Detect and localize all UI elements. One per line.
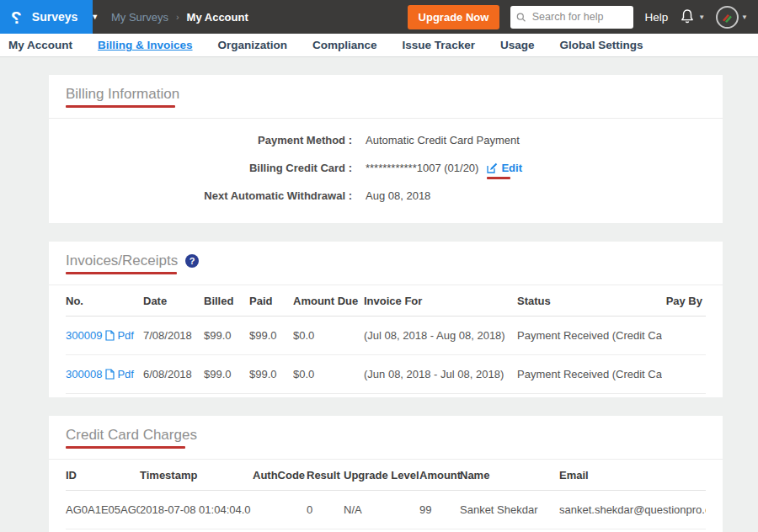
invoice-billed: $99.0 xyxy=(204,317,249,355)
charge-amount: 99 xyxy=(419,491,460,529)
tab-issue-tracker[interactable]: Issue Tracker xyxy=(403,39,475,51)
col-id: ID xyxy=(66,460,140,491)
col-email: Email xyxy=(559,460,706,491)
col-authcode: AuthCode xyxy=(253,460,307,491)
invoice-row: 300009 Pdf 7/08/2018 xyxy=(66,317,706,355)
pdf-link-label: Pdf xyxy=(117,329,134,342)
tab-compliance[interactable]: Compliance xyxy=(312,39,377,51)
next-withdrawal-label: Next Automatic Withdrawal : xyxy=(66,189,352,202)
avatar xyxy=(716,6,739,29)
account-menu[interactable]: ▼ xyxy=(716,6,748,29)
red-annotation-underline xyxy=(487,177,510,179)
charge-timestamp: 2018-07-08 01:04:04.0 xyxy=(140,491,253,529)
red-annotation-underline xyxy=(66,446,185,449)
invoice-status: Payment Received (Credit Card) xyxy=(517,317,662,355)
col-amount-due: Amount Due xyxy=(293,285,364,317)
charge-name: Sanket Shekdar xyxy=(460,529,559,532)
invoice-paid: $99.0 xyxy=(249,317,293,355)
org-logo-icon xyxy=(721,11,734,24)
invoice-pdf-link[interactable]: Pdf xyxy=(105,368,134,380)
red-annotation-underline xyxy=(66,105,175,108)
charge-upgrade-level: N/A xyxy=(344,529,419,532)
payment-method-label: Payment Method : xyxy=(66,134,352,146)
invoice-billed: $99.0 xyxy=(204,355,249,394)
charge-id: AG0A1E05AG0A xyxy=(66,491,140,529)
chevron-down-icon: ▼ xyxy=(91,13,99,21)
pdf-file-icon xyxy=(105,369,115,380)
edit-pencil-icon xyxy=(487,162,498,173)
invoices-help-icon[interactable]: ? xyxy=(185,254,199,268)
next-withdrawal-value: Aug 08, 2018 xyxy=(366,189,430,202)
tab-organization[interactable]: Organization xyxy=(218,39,288,51)
col-no: No. xyxy=(66,285,143,317)
search-icon xyxy=(516,12,526,23)
bell-icon xyxy=(679,8,696,26)
col-paid: Paid xyxy=(249,285,293,317)
tab-global-settings[interactable]: Global Settings xyxy=(559,39,643,51)
tab-billing-invoices[interactable]: Billing & Invoices xyxy=(98,39,193,51)
payment-method-row: Payment Method : Automatic Credit Card P… xyxy=(66,126,706,154)
col-status: Status xyxy=(517,285,662,317)
questionpro-logo-icon: ? xyxy=(11,8,22,26)
help-search[interactable] xyxy=(510,6,633,29)
charge-authcode xyxy=(253,529,307,532)
col-timestamp: Timestamp xyxy=(140,460,253,491)
charge-result: 0 xyxy=(307,529,344,532)
charge-id: AA5C5C5AG0A xyxy=(66,529,140,532)
breadcrumb-separator-icon: › xyxy=(176,12,179,22)
invoices-receipts-title: Invoices/Receipts xyxy=(66,253,178,269)
invoice-number-link[interactable]: 300009 xyxy=(66,329,102,342)
charge-timestamp: 2018-06-08 01:04:08.0 xyxy=(140,529,253,532)
top-bar: ? Surveys ▼ My Surveys › My Account Upgr… xyxy=(0,0,758,34)
charge-name: Sanket Shekdar xyxy=(460,491,559,529)
invoice-for: (Jul 08, 2018 - Aug 08, 2018) xyxy=(364,317,517,355)
credit-card-charges-title: Credit Card Charges xyxy=(66,427,197,444)
breadcrumb: My Surveys › My Account xyxy=(111,11,248,24)
tab-my-account[interactable]: My Account xyxy=(8,39,72,51)
invoice-number-link[interactable]: 300008 xyxy=(66,368,102,380)
invoice-row: 300008 Pdf 6/08/2018 xyxy=(66,355,706,394)
upgrade-now-button[interactable]: Upgrade Now xyxy=(408,5,500,29)
col-date: Date xyxy=(143,285,204,317)
col-upgrade-level: Upgrade Level xyxy=(344,460,419,491)
charge-row: AA5C5C5AG0A 2018-06-08 01:04:08.0 0 N/A … xyxy=(66,529,706,532)
credit-card-charges-card: Credit Card Charges ID Timestamp AuthCod… xyxy=(49,416,723,532)
col-name: Name xyxy=(460,460,559,491)
pdf-file-icon xyxy=(105,330,115,341)
invoice-amount-due: $0.0 xyxy=(293,355,364,394)
invoice-date: 6/08/2018 xyxy=(143,355,204,394)
charge-email: sanket.shekdar@questionpro.com xyxy=(559,529,706,532)
billing-credit-card-row: Billing Credit Card : ************1007 (… xyxy=(66,154,706,182)
product-switcher[interactable]: ? Surveys ▼ xyxy=(0,0,93,34)
billing-credit-card-value: ************1007 (01/20) xyxy=(366,162,478,174)
col-billed: Billed xyxy=(204,285,249,317)
account-nav-tabs: My Account Billing & Invoices Organizati… xyxy=(0,34,758,57)
search-input[interactable] xyxy=(531,10,628,24)
billing-information-card: Billing Information Payment Method : Aut… xyxy=(49,75,723,223)
help-link[interactable]: Help xyxy=(644,11,668,24)
charge-row: AG0A1E05AG0A 2018-07-08 01:04:04.0 0 N/A… xyxy=(66,491,706,529)
charge-email: sanket.shekdar@questionpro.com xyxy=(559,491,706,529)
billing-credit-card-label: Billing Credit Card : xyxy=(66,162,352,174)
breadcrumb-my-account: My Account xyxy=(187,11,248,24)
edit-credit-card-link[interactable]: Edit xyxy=(487,162,522,174)
tab-usage[interactable]: Usage xyxy=(500,39,535,51)
invoice-pay-by xyxy=(662,317,706,355)
invoice-pdf-link[interactable]: Pdf xyxy=(105,329,134,342)
invoice-status: Payment Received (Credit Card) xyxy=(517,355,662,394)
invoice-for: (Jun 08, 2018 - Jul 08, 2018) xyxy=(364,355,517,394)
col-amount: Amount xyxy=(419,460,460,491)
invoices-receipts-card: Invoices/Receipts ? No. Date Billed Paid xyxy=(49,242,723,397)
invoices-table: No. Date Billed Paid Amount Due Invoice … xyxy=(66,285,706,394)
breadcrumb-my-surveys[interactable]: My Surveys xyxy=(111,11,168,24)
chevron-down-icon: ▼ xyxy=(741,13,748,21)
charge-upgrade-level: N/A xyxy=(344,491,419,529)
charge-result: 0 xyxy=(307,491,344,529)
invoice-date: 7/08/2018 xyxy=(143,317,204,355)
charges-table: ID Timestamp AuthCode Result Upgrade Lev… xyxy=(66,460,706,532)
charge-authcode xyxy=(253,491,307,529)
col-invoice-for: Invoice For xyxy=(364,285,517,317)
edit-link-label: Edit xyxy=(501,162,522,174)
charge-amount: 99 xyxy=(419,529,460,532)
notifications-button[interactable]: ▼ xyxy=(679,8,705,26)
